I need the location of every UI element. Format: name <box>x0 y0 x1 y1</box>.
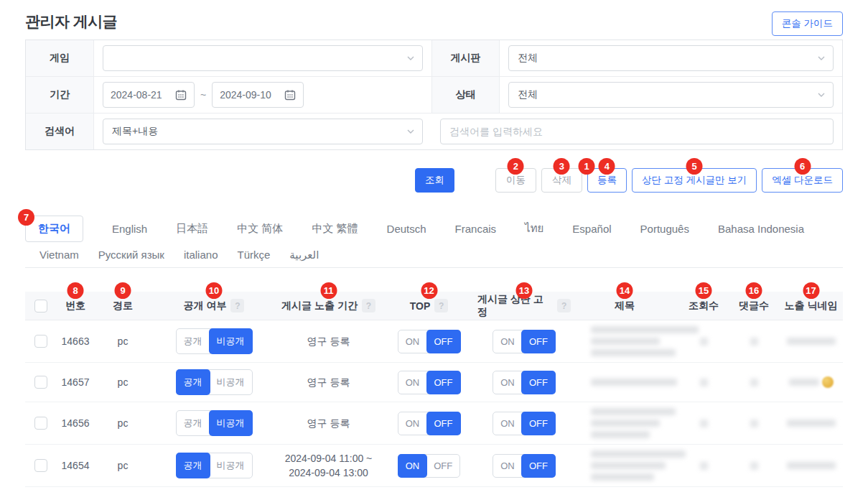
pin-toggle[interactable]: ONOFF <box>493 330 556 353</box>
language-tab[interactable]: Deutsch <box>387 223 426 235</box>
top-toggle-option[interactable]: ON <box>398 371 427 394</box>
pin-toggle-option[interactable]: OFF <box>521 412 556 435</box>
top-toggle[interactable]: ONOFF <box>398 330 461 353</box>
pin-cell: ONOFF <box>477 330 571 353</box>
language-tab[interactable]: Francais <box>455 223 497 235</box>
page-header: 관리자 게시글 콘솔 가이드 <box>25 0 843 40</box>
redacted-title-line <box>591 408 676 415</box>
period-start-input[interactable]: 2024-08-21 <box>103 82 195 108</box>
visibility-toggle-option[interactable]: 비공개 <box>209 328 253 354</box>
language-tab[interactable]: Bahasa Indonesia <box>718 223 804 235</box>
redacted-title-line <box>591 338 660 345</box>
redacted-title-line <box>591 379 677 386</box>
language-tab[interactable]: Vietnam <box>39 249 79 261</box>
top-toggle-option[interactable]: OFF <box>426 371 461 394</box>
row-checkbox[interactable] <box>34 417 47 430</box>
step-badge-13: 13 <box>516 282 533 299</box>
console-guide-button[interactable]: 콘솔 가이드 <box>772 11 843 36</box>
language-tab[interactable]: 中文 简体 <box>237 222 283 236</box>
period-end-input[interactable]: 2024-09-10 <box>212 82 304 108</box>
status-label: 상태 <box>431 77 500 114</box>
status-select[interactable]: 전체 <box>508 82 834 108</box>
top-toggle-option[interactable]: ON <box>398 330 427 353</box>
post-number-cell: 14663 <box>57 335 94 347</box>
help-icon[interactable]: ? <box>434 299 448 312</box>
pin-toggle-option[interactable]: OFF <box>521 454 556 478</box>
gold-badge-icon <box>822 376 834 388</box>
visibility-toggle-option[interactable]: 공개 <box>177 329 210 353</box>
top-toggle-option[interactable]: OFF <box>426 455 459 477</box>
step-badge-8: 8 <box>67 282 84 299</box>
pin-toggle-option[interactable]: ON <box>493 412 522 435</box>
visibility-toggle[interactable]: 공개비공개 <box>176 410 253 436</box>
chevron-down-icon <box>817 54 826 62</box>
top-toggle-option[interactable]: OFF <box>426 330 461 353</box>
language-tab[interactable]: العربية <box>289 249 319 261</box>
language-tab[interactable]: Português <box>640 223 689 235</box>
post-number-cell: 14656 <box>57 417 94 429</box>
top-toggle-option[interactable]: ON <box>398 454 428 478</box>
language-tab[interactable]: ไทย <box>525 220 543 237</box>
language-tabs-row1: 한국어7English日本語中文 简体中文 繁體DeutschFrancaisไ… <box>25 215 843 242</box>
visibility-toggle-option[interactable]: 공개 <box>177 411 210 435</box>
pin-toggle[interactable]: ONOFF <box>493 371 556 394</box>
step-badge-9: 9 <box>115 282 131 299</box>
visibility-toggle-option[interactable]: 비공개 <box>210 453 252 478</box>
help-icon[interactable]: ? <box>362 299 375 312</box>
visibility-toggle-option[interactable]: 공개 <box>176 369 210 395</box>
pin-toggle[interactable]: ONOFF <box>493 412 556 435</box>
help-icon[interactable]: ? <box>557 299 571 312</box>
language-tab[interactable]: 한국어7 <box>25 216 83 242</box>
row-checkbox[interactable] <box>34 459 47 472</box>
language-tab[interactable]: English <box>112 223 147 235</box>
visibility-toggle-option[interactable]: 비공개 <box>210 370 252 394</box>
column-header: 16댓글수 <box>729 292 779 320</box>
redacted-title-line <box>591 326 699 333</box>
period-separator: ~ <box>200 89 206 101</box>
top-cell: ONOFF <box>381 371 477 394</box>
visibility-toggle[interactable]: 공개비공개 <box>176 369 253 395</box>
language-tab[interactable]: Русский язык <box>98 249 164 261</box>
language-tab[interactable]: italiano <box>184 249 218 261</box>
pin-toggle-option[interactable]: OFF <box>521 330 556 353</box>
actions-row: 1 조회 2 이동 3 삭제 4 등록 5 상단 고정 게시글만 보기 6 엑셀 <box>25 168 843 193</box>
redacted-nickname <box>787 462 836 469</box>
pin-toggle[interactable]: ONOFF <box>493 454 556 478</box>
search-form: 게임 게시판 전체 기간 2024-08-21 <box>25 40 843 150</box>
select-all-checkbox[interactable] <box>34 300 47 312</box>
redacted-title-line <box>591 462 666 469</box>
top-toggle-option[interactable]: ON <box>398 412 427 435</box>
period-start-value: 2024-08-21 <box>111 89 162 101</box>
language-tab[interactable]: 日本語 <box>176 222 208 236</box>
pin-toggle-option[interactable]: OFF <box>521 371 556 394</box>
visibility-toggle[interactable]: 공개비공개 <box>176 453 253 478</box>
board-label: 게시판 <box>431 40 500 77</box>
pin-toggle-option[interactable]: ON <box>493 371 522 394</box>
table-row: 14654pc공개비공개2024-09-04 11:00 ~2024-09-04… <box>25 445 843 487</box>
visibility-toggle-option[interactable]: 비공개 <box>209 410 253 436</box>
keyword-type-select[interactable]: 제목+내용 <box>103 119 423 144</box>
column-header: 9경로 <box>94 292 151 320</box>
search-button[interactable]: 조회 <box>415 168 454 193</box>
row-checkbox[interactable] <box>34 335 47 348</box>
top-toggle[interactable]: ONOFF <box>398 412 461 435</box>
language-tab[interactable]: Español <box>572 223 611 235</box>
game-select[interactable] <box>103 45 423 71</box>
nickname-cell-redacted <box>779 338 843 345</box>
top-toggle[interactable]: ONOFF <box>398 454 461 478</box>
language-tab[interactable]: 中文 繁體 <box>312 222 358 236</box>
calendar-icon <box>175 89 187 101</box>
comments-cell-redacted <box>729 420 779 427</box>
help-icon[interactable]: ? <box>230 299 244 312</box>
top-toggle[interactable]: ONOFF <box>398 371 461 394</box>
redacted-title-line <box>591 420 660 427</box>
visibility-toggle[interactable]: 공개비공개 <box>176 328 253 354</box>
pin-toggle-option[interactable]: ON <box>493 330 522 353</box>
row-checkbox[interactable] <box>34 376 47 389</box>
pin-toggle-option[interactable]: ON <box>493 455 522 477</box>
keyword-input[interactable] <box>440 119 834 144</box>
top-toggle-option[interactable]: OFF <box>426 412 461 435</box>
visibility-toggle-option[interactable]: 공개 <box>176 453 210 478</box>
language-tab[interactable]: Türkçe <box>237 249 270 261</box>
board-select[interactable]: 전체 <box>508 45 834 71</box>
